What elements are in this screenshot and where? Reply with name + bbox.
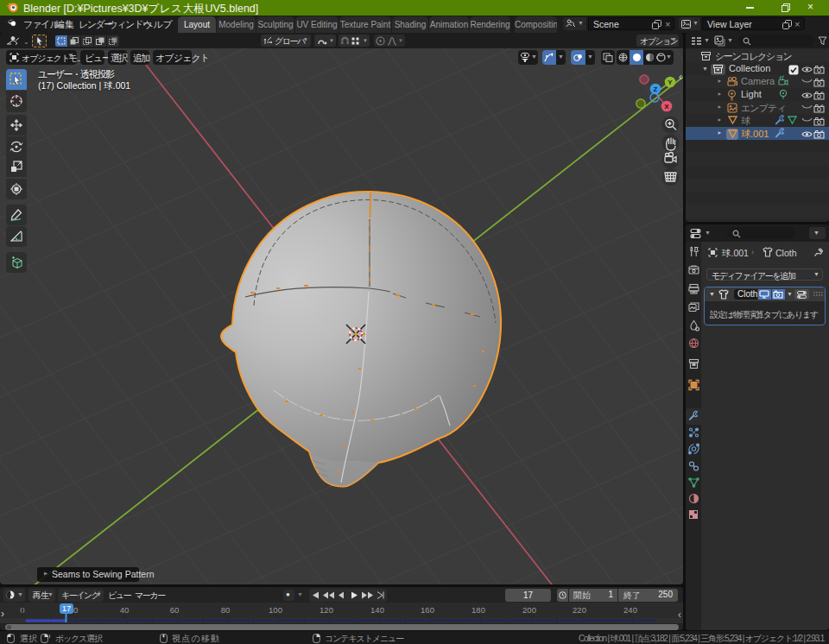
svg-text:⌄: ⌄ bbox=[23, 38, 29, 46]
svg-text:Z: Z bbox=[654, 85, 658, 93]
svg-text:X: X bbox=[664, 103, 669, 110]
svg-text:Y: Y bbox=[668, 79, 673, 86]
